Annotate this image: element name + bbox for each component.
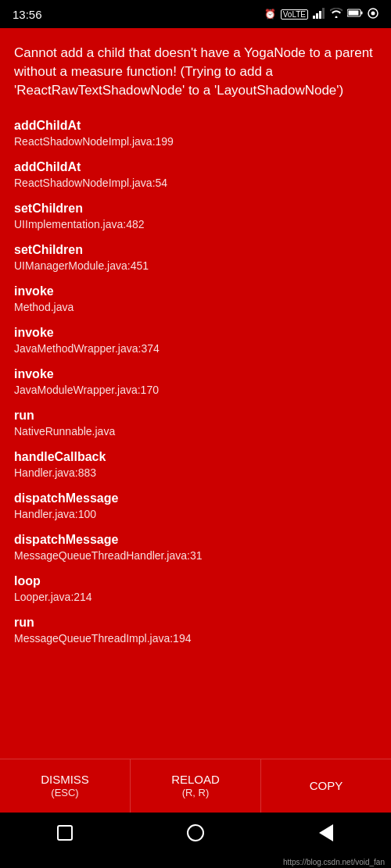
stack-item: handleCallbackHandler.java:883 [14,449,377,480]
wifi-icon [330,8,343,20]
stack-method-name: invoke [14,284,377,300]
status-bar: 13:56 ⏰ VoLTE [0,0,391,28]
status-time: 13:56 [13,8,42,21]
home-button[interactable] [185,823,206,843]
signal-icon [313,8,325,21]
stack-method-name: handleCallback [14,449,377,466]
stack-item: addChildAtReactShadowNodeImpl.java:199 [14,118,377,148]
stack-method-name: dispatchMessage [14,532,377,548]
stack-method-name: addChildAt [14,118,377,134]
reload-button[interactable]: RELOAD(R, R) [131,759,261,813]
back-button[interactable] [316,823,336,843]
recent-apps-icon [57,825,73,841]
recent-apps-button[interactable] [55,823,75,843]
stack-location: JavaModuleWrapper.java:170 [14,383,377,397]
stack-location: Handler.java:883 [14,466,377,480]
action-buttons: DISMISS(ESC) RELOAD(R, R) COPY [0,759,391,813]
stack-method-name: run [14,615,377,631]
stack-item: runMessageQueueThreadImpl.java:194 [14,615,377,645]
stack-item: loopLooper.java:214 [14,573,377,604]
svg-rect-3 [322,8,325,19]
stack-method-name: invoke [14,325,377,341]
status-icons: ⏰ VoLTE [264,8,378,21]
stack-method-name: run [14,408,377,424]
stack-location: Handler.java:100 [14,507,377,521]
back-icon [319,824,333,841]
stack-method-name: addChildAt [14,159,377,176]
svg-rect-6 [349,11,359,16]
stack-location: MessageQueueThreadImpl.java:194 [14,631,377,645]
battery-icon [347,8,363,20]
error-content: Cannot add a child that doesn't have a Y… [0,28,391,759]
stack-location: JavaMethodWrapper.java:374 [14,341,377,355]
home-icon [187,824,204,841]
stack-location: UIManagerModule.java:451 [14,259,377,273]
stack-item: setChildrenUIImplementation.java:482 [14,201,377,231]
stack-item: invokeJavaMethodWrapper.java:374 [14,325,377,355]
stack-location: UIImplementation.java:482 [14,217,377,231]
extra-icon [368,8,378,21]
volte-icon: VoLTE [281,9,308,20]
stack-item: addChildAtReactShadowNodeImpl.java:54 [14,159,377,190]
stack-method-name: invoke [14,366,377,383]
stack-location: ReactShadowNodeImpl.java:54 [14,176,377,190]
stack-location: MessageQueueThreadHandler.java:31 [14,548,377,563]
copy-button[interactable]: COPY [261,759,391,813]
svg-rect-5 [361,12,363,15]
stack-item: runNativeRunnable.java [14,408,377,438]
dismiss-button[interactable]: DISMISS(ESC) [0,759,131,813]
stack-item: setChildrenUIManagerModule.java:451 [14,242,377,273]
error-message: Cannot add a child that doesn't have a Y… [14,44,377,99]
svg-rect-0 [313,16,315,19]
stack-item: dispatchMessageMessageQueueThreadHandler… [14,532,377,563]
stack-item: dispatchMessageHandler.java:100 [14,491,377,521]
stack-method-name: loop [14,573,377,590]
stack-item: invokeJavaModuleWrapper.java:170 [14,366,377,397]
stack-location: Method.java [14,300,377,314]
stack-method-name: setChildren [14,201,377,217]
alarm-icon: ⏰ [264,9,276,20]
svg-rect-1 [316,13,318,19]
stack-item: invokeMethod.java [14,284,377,314]
stack-location: Looper.java:214 [14,590,377,604]
error-screen: Cannot add a child that doesn't have a Y… [0,28,391,813]
svg-point-8 [371,11,375,15]
watermark: https://blog.csdn.net/void_fan [0,856,391,868]
stack-method-name: setChildren [14,242,377,259]
stack-trace: addChildAtReactShadowNodeImpl.java:199ad… [14,118,377,645]
bottom-nav [0,813,391,856]
svg-rect-2 [319,11,321,19]
stack-method-name: dispatchMessage [14,491,377,507]
stack-location: NativeRunnable.java [14,424,377,438]
stack-location: ReactShadowNodeImpl.java:199 [14,134,377,148]
